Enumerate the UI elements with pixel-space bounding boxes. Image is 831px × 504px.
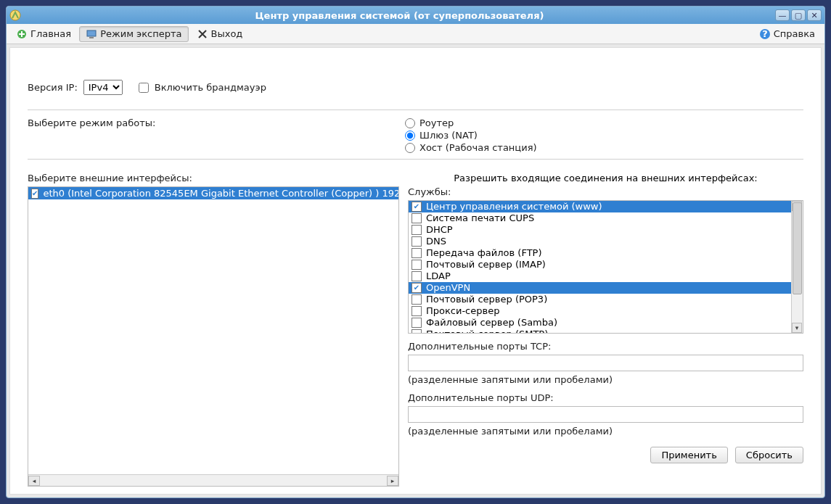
app-icon [9, 9, 21, 21]
maximize-button[interactable]: ▢ [791, 9, 806, 21]
ip-version-select[interactable]: IPv4 [83, 80, 123, 95]
service-checkbox[interactable] [412, 260, 422, 270]
mode-gateway-label[interactable]: Шлюз (NAT) [419, 130, 478, 141]
ip-row: Версия IP: IPv4 Включить брандмауэр [28, 80, 803, 95]
external-interface-item[interactable]: eth0 (Intel Corporation 82545EM Gigabit … [28, 187, 398, 199]
expert-mode-button[interactable]: Режим эксперта [79, 26, 188, 42]
service-label: Почтовый сервер (SMTP) [426, 329, 548, 333]
ip-version-label: Версия IP: [28, 82, 78, 93]
mode-label: Выберите режим работы: [28, 117, 155, 128]
vscroll-down-arrow[interactable]: ▾ [792, 323, 802, 333]
service-item[interactable]: DNS [409, 236, 791, 247]
mode-router-radio[interactable] [405, 118, 415, 128]
svg-rect-3 [89, 37, 94, 38]
service-item[interactable]: Система печати CUPS [409, 212, 791, 224]
svg-text:?: ? [762, 28, 768, 39]
service-checkbox[interactable] [412, 225, 422, 235]
mode-row: Выберите режим работы: Роутер Шлюз (NAT)… [28, 116, 803, 154]
service-item[interactable]: Файловый сервер (Samba) [409, 317, 791, 329]
service-label: DHCP [426, 224, 453, 236]
allow-incoming-title: Разрешить входящие соединения на внешних… [408, 173, 803, 183]
service-label: Передача файлов (FTP) [426, 247, 542, 259]
mode-host-label[interactable]: Хост (Рабочая станция) [419, 142, 537, 153]
service-checkbox[interactable] [412, 318, 422, 328]
service-item[interactable]: OpenVPN [409, 282, 791, 294]
reset-button[interactable]: Сбросить [735, 447, 803, 463]
tcp-ports-input[interactable] [408, 355, 803, 371]
services-list[interactable]: Центр управления системой (www)Система п… [408, 200, 803, 334]
external-interfaces-list[interactable]: eth0 (Intel Corporation 82545EM Gigabit … [28, 186, 399, 487]
service-label: Почтовый сервер (POP3) [426, 294, 547, 305]
vscroll-thumb[interactable] [793, 202, 802, 294]
main-window: Центр управления системой (от суперпольз… [6, 6, 825, 498]
home-button[interactable]: Главная [9, 26, 78, 42]
apply-button[interactable]: Применить [650, 447, 727, 463]
service-label: Центр управления системой (www) [426, 201, 602, 212]
minimize-button[interactable]: — [775, 9, 790, 21]
service-item[interactable]: Почтовый сервер (IMAP) [409, 259, 791, 270]
service-checkbox[interactable] [412, 294, 422, 305]
service-item[interactable]: Прокси-сервер [409, 305, 791, 317]
expert-label: Режим эксперта [100, 28, 181, 39]
help-label: Справка [774, 28, 815, 39]
service-label: Файловый сервер (Samba) [426, 317, 557, 329]
mode-gateway-radio[interactable] [405, 131, 415, 141]
content-area: Версия IP: IPv4 Включить брандмауэр Выбе… [9, 47, 822, 495]
tcp-ports-hint: (разделенные запятыми или пробелами) [408, 374, 803, 385]
window-title: Центр управления системой (от суперпольз… [25, 10, 774, 21]
service-checkbox[interactable] [412, 202, 422, 212]
svg-rect-2 [87, 30, 96, 36]
interface-label: eth0 (Intel Corporation 82545EM Gigabit … [43, 188, 398, 199]
service-checkbox[interactable] [412, 306, 422, 316]
toolbar: Главная Режим эксперта Выход ? Справка [7, 24, 824, 44]
separator-2 [28, 159, 803, 160]
service-item[interactable]: LDAP [409, 270, 791, 282]
service-checkbox[interactable] [412, 213, 422, 223]
close-button[interactable]: ✕ [807, 9, 822, 21]
mode-router-label[interactable]: Роутер [419, 117, 454, 128]
exit-button[interactable]: Выход [190, 26, 250, 42]
service-checkbox[interactable] [412, 283, 422, 293]
service-item[interactable]: Почтовый сервер (POP3) [409, 294, 791, 305]
service-item[interactable]: Почтовый сервер (SMTP) [409, 329, 791, 333]
services-vscroll[interactable]: ▴ ▾ [791, 201, 803, 333]
firewall-label[interactable]: Включить брандмауэр [155, 82, 266, 93]
home-label: Главная [30, 28, 71, 39]
exit-label: Выход [211, 28, 243, 39]
service-label: OpenVPN [426, 282, 470, 294]
service-checkbox[interactable] [412, 329, 422, 333]
interface-checkbox[interactable] [31, 189, 38, 199]
external-interfaces-label: Выберите внешние интерфейсы: [28, 173, 399, 183]
udp-ports-hint: (разделенные запятыми или пробелами) [408, 426, 803, 437]
service-label: Система печати CUPS [426, 212, 534, 224]
tcp-ports-label: Дополнительные порты TCP: [408, 341, 803, 352]
titlebar[interactable]: Центр управления системой (от суперпольз… [7, 7, 824, 24]
services-label: Службы: [408, 186, 803, 197]
service-label: Прокси-сервер [426, 305, 499, 317]
hscroll-left-arrow[interactable]: ◂ [28, 476, 40, 486]
service-checkbox[interactable] [412, 236, 422, 247]
service-label: DNS [426, 236, 446, 247]
service-label: LDAP [426, 270, 451, 282]
hscroll-right-arrow[interactable]: ▸ [387, 476, 398, 486]
service-item[interactable]: DHCP [409, 224, 791, 236]
service-item[interactable]: Передача файлов (FTP) [409, 247, 791, 259]
service-item[interactable]: Центр управления системой (www) [409, 201, 791, 212]
udp-ports-label: Дополнительные порты UDP: [408, 392, 803, 403]
separator-1 [28, 110, 803, 110]
help-icon: ? [759, 28, 771, 40]
service-checkbox[interactable] [412, 271, 422, 281]
help-button[interactable]: ? Справка [753, 26, 822, 42]
mode-host-radio[interactable] [405, 143, 415, 153]
udp-ports-input[interactable] [408, 406, 803, 423]
firewall-checkbox[interactable] [139, 83, 149, 93]
exit-icon [197, 28, 208, 40]
service-label: Почтовый сервер (IMAP) [426, 259, 546, 270]
external-hscroll[interactable]: ◂ ▸ [28, 474, 398, 486]
service-checkbox[interactable] [412, 248, 422, 258]
home-icon [16, 28, 28, 40]
monitor-icon [86, 28, 97, 40]
